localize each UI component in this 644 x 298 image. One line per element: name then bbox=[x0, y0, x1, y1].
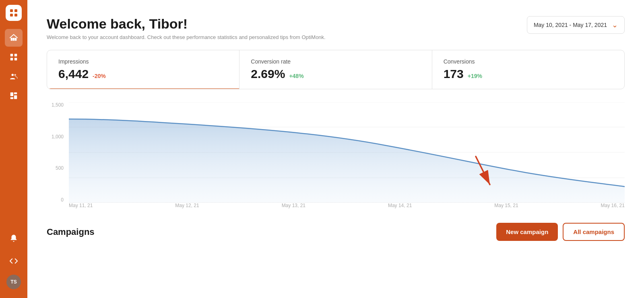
header-left: Welcome back, Tibor! Welcome back to you… bbox=[47, 16, 326, 40]
new-campaign-button[interactable]: New campaign bbox=[496, 223, 558, 241]
y-axis-labels: 1,500 1,000 500 0 bbox=[47, 102, 67, 203]
svg-rect-7 bbox=[10, 54, 13, 56]
chart-inner bbox=[69, 102, 625, 203]
svg-rect-4 bbox=[11, 38, 13, 41]
stat-value-conversions: 173 bbox=[444, 67, 464, 81]
svg-rect-8 bbox=[14, 54, 17, 56]
x-label-may15: May 15, 21 bbox=[494, 203, 518, 215]
sidebar-item-templates[interactable] bbox=[5, 87, 23, 105]
svg-point-11 bbox=[12, 74, 14, 76]
sidebar-item-notifications[interactable] bbox=[5, 230, 23, 247]
arrow-annotation bbox=[468, 156, 500, 193]
stat-value-conversion-rate: 2.69% bbox=[251, 67, 285, 81]
svg-rect-9 bbox=[10, 58, 13, 60]
campaigns-section: Campaigns New campaign All campaigns bbox=[47, 223, 625, 241]
stat-change-conversion-rate: +48% bbox=[289, 73, 303, 79]
date-range-picker[interactable]: May 10, 2021 - May 17, 2021 ⌄ bbox=[527, 16, 625, 34]
svg-rect-0 bbox=[10, 9, 13, 12]
svg-rect-5 bbox=[15, 38, 17, 41]
svg-rect-2 bbox=[10, 14, 13, 16]
sidebar-item-code[interactable] bbox=[5, 252, 23, 270]
campaigns-buttons: New campaign All campaigns bbox=[496, 223, 625, 241]
x-label-may13: May 13, 21 bbox=[282, 203, 305, 215]
main-content: Welcome back, Tibor! Welcome back to you… bbox=[27, 0, 644, 298]
sidebar-nav bbox=[5, 29, 23, 230]
svg-rect-15 bbox=[14, 95, 17, 99]
x-label-may12: May 12, 21 bbox=[175, 203, 199, 215]
stat-impressions[interactable]: Impressions 6,442 -20% bbox=[47, 50, 239, 89]
app-logo[interactable] bbox=[6, 5, 22, 21]
svg-rect-10 bbox=[14, 58, 17, 60]
stat-value-row-conversions: 173 +19% bbox=[444, 67, 613, 81]
svg-rect-14 bbox=[14, 92, 17, 95]
x-label-may14: May 14, 21 bbox=[388, 203, 412, 215]
page-title: Welcome back, Tibor! bbox=[47, 16, 326, 32]
chart-area-fill bbox=[69, 119, 625, 203]
chevron-down-icon: ⌄ bbox=[612, 21, 618, 29]
stat-change-conversions: +19% bbox=[468, 73, 482, 79]
date-range-label: May 10, 2021 - May 17, 2021 bbox=[534, 22, 607, 28]
svg-rect-13 bbox=[10, 92, 13, 96]
chart-container: 1,500 1,000 500 0 bbox=[47, 102, 625, 215]
campaigns-title: Campaigns bbox=[47, 227, 95, 237]
stat-value-row-impressions: 6,442 -20% bbox=[58, 67, 228, 81]
stat-label-conversions: Conversions bbox=[444, 58, 613, 65]
y-label-0: 0 bbox=[61, 197, 64, 203]
svg-rect-16 bbox=[10, 97, 13, 99]
svg-line-23 bbox=[476, 156, 490, 185]
stat-label-impressions: Impressions bbox=[58, 58, 228, 65]
sidebar: TS bbox=[0, 0, 27, 298]
all-campaigns-button[interactable]: All campaigns bbox=[563, 223, 625, 241]
svg-rect-3 bbox=[14, 14, 17, 16]
stats-bar: Impressions 6,442 -20% Conversion rate 2… bbox=[47, 50, 625, 89]
svg-rect-1 bbox=[14, 9, 17, 12]
stat-conversion-rate[interactable]: Conversion rate 2.69% +48% bbox=[239, 50, 431, 89]
sidebar-item-audience[interactable] bbox=[5, 68, 23, 85]
header-row: Welcome back, Tibor! Welcome back to you… bbox=[47, 16, 625, 40]
x-axis-labels: May 11, 21 May 12, 21 May 13, 21 May 14,… bbox=[69, 203, 625, 215]
x-label-may16: May 16, 21 bbox=[601, 203, 625, 215]
stat-conversions[interactable]: Conversions 173 +19% bbox=[432, 50, 624, 89]
svg-point-12 bbox=[14, 74, 16, 76]
sidebar-item-campaigns[interactable] bbox=[5, 48, 23, 66]
chart-svg bbox=[69, 102, 625, 203]
stat-label-conversion-rate: Conversion rate bbox=[251, 58, 420, 65]
user-avatar[interactable]: TS bbox=[6, 275, 21, 289]
y-label-1000: 1,000 bbox=[52, 134, 64, 140]
y-label-500: 500 bbox=[56, 165, 64, 171]
chart-area: 1,500 1,000 500 0 bbox=[47, 94, 625, 215]
x-label-may11: May 11, 21 bbox=[69, 203, 93, 215]
stat-value-row-conversion-rate: 2.69% +48% bbox=[251, 67, 420, 81]
sidebar-item-dashboard[interactable] bbox=[5, 29, 23, 47]
sidebar-bottom: TS bbox=[5, 230, 23, 293]
page-subtitle: Welcome back to your account dashboard. … bbox=[47, 34, 326, 40]
svg-rect-6 bbox=[13, 38, 15, 41]
stat-value-impressions: 6,442 bbox=[58, 67, 89, 81]
stat-change-impressions: -20% bbox=[93, 73, 106, 79]
y-label-1500: 1,500 bbox=[52, 102, 64, 108]
